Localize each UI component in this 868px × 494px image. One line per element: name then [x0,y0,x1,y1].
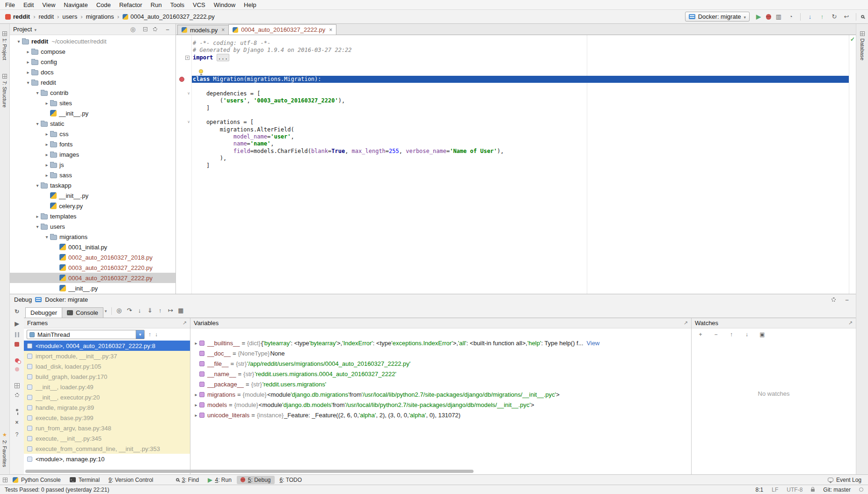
tree-item-templates[interactable]: ▸templates [10,211,175,221]
chevron-down-icon[interactable]: ▾ [34,224,41,229]
tree-item-taskapp[interactable]: ▾taskapp [10,180,175,190]
toolwindow-button-todo[interactable]: 6: TODO [276,476,306,484]
chevron-right-icon[interactable]: ▸ [44,142,50,147]
variable-row-builtins[interactable]: ▸__builtins__ = {dict}{'bytearray': <typ… [190,338,691,348]
tree-item-0001-initial-py[interactable]: 0001_initial.py [10,242,175,252]
chevron-right-icon[interactable]: ▸ [44,152,50,157]
vcs-commit-button[interactable]: ↑ [817,12,827,22]
view-value-link[interactable]: View [587,340,600,347]
tree-item-config[interactable]: ▸config [10,57,175,67]
chevron-right-icon[interactable]: ▸ [44,131,50,137]
chevron-down-icon[interactable]: ▾ [34,121,41,126]
thread-select[interactable]: MainThread [27,330,145,339]
tree-item-0002-auto-20160327-2018-py[interactable]: 0002_auto_20160327_2018.py [10,252,175,262]
step-into-button[interactable]: ↓ [134,305,145,315]
locate-button[interactable] [128,25,138,34]
step-over-button[interactable]: ↷ [124,305,134,315]
settings-button[interactable] [15,393,19,397]
tree-item-init-py[interactable]: __init__.py [10,108,175,118]
pin-button[interactable] [16,409,18,411]
settings-button[interactable] [153,27,157,31]
caret-position[interactable]: 8:1 [756,487,764,493]
toolwindow-button-event-log[interactable]: Event Log [824,476,865,484]
stack-frame[interactable]: __init__, executor.py:20 [24,392,190,402]
variable-row-models[interactable]: ▸models = {module}<module 'django.db.mod… [190,400,691,410]
menu-refactor[interactable]: Refactor [115,0,146,9]
line-ending-indicator[interactable]: LF [772,487,778,493]
tree-item-static[interactable]: ▾static [10,118,175,129]
toolwindow-switcher-icon[interactable] [3,478,7,482]
tool-button-database[interactable]: Database [860,31,865,60]
tree-item-reddit[interactable]: ▾reddit [10,77,175,87]
variable-row-name[interactable]: __name__ = {str}'reddit.users.migrations… [190,369,691,379]
chevron-down-icon[interactable]: ▾ [15,39,22,44]
float-panel-icon[interactable] [182,320,187,326]
editor-gutter[interactable]: +∨∨ [176,35,192,294]
chevron-right-icon[interactable]: ▸ [44,173,50,178]
close-button[interactable]: × [13,419,21,426]
tree-item-css[interactable]: ▸css [10,129,175,139]
tree-item-compose[interactable]: ▸compose [10,46,175,57]
tree-item-sites[interactable]: ▸sites [10,98,175,108]
breadcrumb-item-migrations[interactable]: migrations [84,13,115,20]
vcs-revert-button[interactable]: ↩ [842,12,851,22]
tree-item-celery-py[interactable]: celery.py [10,201,175,211]
tab-options-icon[interactable] [105,309,107,313]
editor-body[interactable]: +∨∨ # -*- coding: utf-8 -*-# Generated b… [176,35,856,294]
view-breakpoints-button[interactable] [15,358,19,363]
close-icon[interactable]: × [329,27,332,33]
encoding-indicator[interactable]: UTF-8 [787,487,802,493]
variable-row-unicode-literals[interactable]: ▸unicode_literals = {instance}_Feature: … [190,410,691,420]
chevron-down-icon[interactable]: ▾ [34,90,41,95]
stack-frame[interactable]: execute_from_command_line, __init__.py:3… [24,443,190,454]
fold-collapse-icon[interactable]: ∨ [187,119,190,125]
toolwindow-button-run[interactable]: ▶4: Run [204,476,235,484]
toolwindow-button-find[interactable]: 3: Find [172,476,203,484]
stack-frame[interactable]: load_disk, loader.py:105 [24,361,190,371]
move-watch-up-button[interactable]: ↑ [727,330,736,339]
menu-file[interactable]: File [1,0,19,9]
coverage-button[interactable]: ▥ [774,12,783,22]
rerun-button[interactable]: ↻ [13,308,21,315]
chevron-right-icon[interactable]: ▸ [193,413,199,418]
readonly-lock-icon[interactable] [811,489,815,492]
evaluate-expression-button[interactable]: ▦ [175,305,186,315]
stack-frame[interactable]: import_module, __init__.py:37 [24,351,190,361]
git-branch-indicator[interactable]: Git: master [823,487,851,493]
tree-item-js[interactable]: ▸js [10,160,175,170]
duplicate-watch-button[interactable]: ▣ [758,330,767,339]
tree-item-images[interactable]: ▸images [10,149,175,160]
tree-item-init-py[interactable]: __init__.py [10,283,175,293]
toolwindow-button-version-control[interactable]: 9: Version Control [105,476,157,484]
move-watch-down-button[interactable]: ↓ [742,330,751,339]
tree-item-init-py[interactable]: __init__.py [10,190,175,201]
tool-button-7-structure[interactable]: 7: Structure [2,74,7,108]
menu-vcs[interactable]: VCS [189,0,210,9]
vcs-update-button[interactable]: ↓ [805,12,815,22]
stack-frame[interactable]: execute, base.py:399 [24,413,190,423]
run-config-select[interactable]: Docker: migrate [685,12,750,22]
menu-window[interactable]: Window [210,0,240,9]
mute-breakpoints-button[interactable] [15,367,19,371]
tree-item-fonts[interactable]: ▸fonts [10,139,175,149]
chevron-right-icon[interactable]: ▸ [44,101,50,106]
tree-item-reddit[interactable]: ▾reddit~/cookiecutter/reddit [10,36,175,46]
force-step-into-button[interactable]: ⇓ [145,305,155,315]
chevron-right-icon[interactable]: ▸ [193,341,199,346]
chevron-right-icon[interactable]: ▸ [193,402,199,407]
stack-frame[interactable]: run_from_argv, base.py:348 [24,423,190,433]
stack-frame[interactable]: build_graph, loader.py:170 [24,371,190,382]
collapse-all-button[interactable] [143,27,147,31]
tree-item-0003-auto-20160327-2220-py[interactable]: 0003_auto_20160327_2220.py [10,262,175,273]
stop-button[interactable] [15,342,19,347]
breadcrumb-item-reddit[interactable]: reddit [37,13,55,20]
tool-button-2-favorites[interactable]: ★2: Favorites [2,432,7,467]
close-icon[interactable]: × [221,27,225,33]
menu-run[interactable]: Run [146,0,166,9]
menu-edit[interactable]: Edit [19,0,38,9]
tree-item-sass[interactable]: ▸sass [10,170,175,180]
chevron-right-icon[interactable]: ▸ [25,59,31,65]
search-everywhere-button[interactable] [861,15,864,18]
chevron-down-icon[interactable]: ▾ [25,80,31,85]
variable-row-package[interactable]: __package__ = {str}'reddit.users.migrati… [190,379,691,389]
